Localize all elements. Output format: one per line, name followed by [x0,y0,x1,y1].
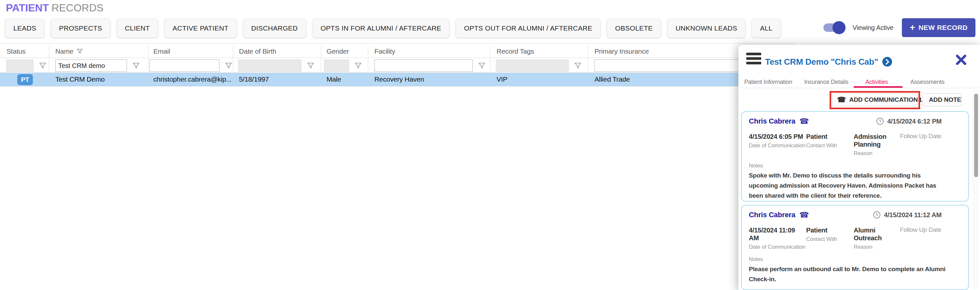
contact-with-value: Patient [806,226,854,234]
panel-title: Test CRM Demo "Chris Cab" [765,57,878,67]
new-record-label: NEW RECORD [918,24,967,32]
new-record-button[interactable]: + NEW RECORD [902,18,975,37]
add-note-button[interactable]: ADD NOTE [922,93,962,106]
grid-header-border [0,57,794,58]
date-of-birth-filter-box[interactable] [238,60,301,72]
record-tags-filter-box[interactable] [496,60,569,72]
column-separator [588,46,588,72]
notes-text: Spoke with Mr. Demo to discuss the detai… [749,170,948,201]
reason-value: Admission Planning [854,133,893,148]
column-separator [368,46,368,72]
tab-activities[interactable]: Activities [865,79,888,86]
viewing-active-label: Viewing Active [853,24,894,32]
tab-assessments[interactable]: Assessments [910,79,945,86]
date-of-communication-value: 4/15/2024 11:09 AM [749,226,803,242]
filter-funnel-icon[interactable] [76,48,83,55]
status-tab-active-patient[interactable]: ACTIVE PATIENT [164,19,236,38]
tab-patient-information[interactable]: Patient Information [744,79,792,86]
cell-primary-insurance[interactable]: Allied Trade [595,75,630,83]
primary-insurance-filter-input[interactable] [595,60,746,72]
column-separator [148,46,148,72]
facility-filter-input[interactable] [374,60,473,72]
column-header-date-of-birth[interactable]: Date of Birth [239,48,276,55]
menu-icon[interactable] [746,53,761,66]
filter-cell-status [6,60,46,72]
column-separator [49,46,49,72]
filter-funnel-icon[interactable] [225,62,232,70]
column-header-primary-insurance[interactable]: Primary Insurance [595,48,649,55]
status-tab-opts-out-alumni[interactable]: OPTS OUT FOR ALUMNI / AFTERCARE [456,19,600,38]
cell-name[interactable]: Test CRM Demo [55,75,105,83]
column-separator [233,46,233,72]
email-filter-input[interactable] [150,60,220,72]
filter-funnel-icon[interactable] [307,62,315,70]
status-tab-discharged[interactable]: DISCHARGED [243,19,306,38]
column-header-gender[interactable]: Gender [326,48,349,55]
tab-insurance-details[interactable]: Insurance Details [804,79,848,86]
contact-with-label: Contact With [806,236,854,242]
gender-filter-box[interactable] [324,60,349,72]
active-tab-indicator [854,86,902,88]
add-note-label: ADD NOTE [929,96,961,103]
filter-cell-date-of-birth [238,60,315,72]
toggle-knob [832,21,846,34]
date-of-communication-label: Date of Communication [749,143,806,149]
viewing-active-toggle[interactable] [823,24,844,32]
date-of-communication-label: Date of Communication [749,244,806,250]
filter-funnel-icon[interactable] [354,62,362,70]
plus-icon: + [910,23,915,32]
filter-funnel-icon[interactable] [574,62,582,70]
activity-author[interactable]: Chris Cabrera [749,211,795,219]
column-header-status[interactable]: Status [6,48,25,55]
column-header-label: Gender [326,48,349,55]
panel-scrollbar-track[interactable] [973,90,979,289]
filter-funnel-icon[interactable] [39,62,46,70]
column-header-label: Email [153,48,170,55]
add-communication-log-button[interactable]: ☎ ADD COMMUNICATION LOG [832,93,918,106]
activity-card: Chris Cabrera ☎ 4/15/2024 6:12 PM 4/15/2… [741,111,969,201]
notes-label: Notes [749,256,961,263]
cell-facility[interactable]: Recovery Haven [374,75,424,83]
status-tabs-row: LEADS PROSPECTS CLIENT ACTIVE PATIENT DI… [5,19,781,38]
filter-cell-gender [324,60,362,72]
grid-top-border [0,43,794,44]
filter-cell-record-tags [496,60,582,72]
status-tab-obsolete[interactable]: OBSOLETE [607,19,661,38]
status-tab-leads[interactable]: LEADS [5,19,44,38]
cell-email[interactable]: christopher.cabrera@kip... [153,75,231,83]
reason-label: Reason [854,244,900,250]
column-header-facility[interactable]: Facility [374,48,395,55]
status-tab-prospects[interactable]: PROSPECTS [51,19,110,38]
contact-with-label: Contact With [806,143,854,149]
status-tab-opts-in-alumni[interactable]: OPTS IN FOR ALUMNI / AFTERCARE [313,19,450,38]
filter-cell-facility [374,60,486,72]
activity-timestamp: 4/15/2024 11:12 AM [884,211,942,219]
close-icon[interactable] [955,54,967,66]
panel-scrollbar-thumb[interactable] [974,93,978,177]
cell-gender[interactable]: Male [326,75,341,83]
patient-detail-panel: Test CRM Demo "Chris Cab" Patient Inform… [738,45,980,290]
status-tab-all[interactable]: ALL [752,19,780,38]
status-tab-client[interactable]: CLIENT [117,19,158,38]
add-communication-log-label: ADD COMMUNICATION LOG [849,96,933,103]
cell-record-tags[interactable]: VIP [496,75,507,83]
follow-up-date-label: Follow Up Date [900,226,941,233]
clock-icon [873,211,881,219]
column-header-record-tags[interactable]: Record Tags [496,48,534,55]
status-tab-unknown-leads[interactable]: UNKNOWN LEADS [667,19,745,38]
activity-author[interactable]: Chris Cabrera [749,117,795,125]
cell-date-of-birth[interactable]: 5/18/1997 [239,75,269,83]
column-header-label: Record Tags [496,48,534,55]
column-header-email[interactable]: Email [153,48,170,55]
phone-icon: ☎ [799,117,809,125]
status-badge: PT [17,74,33,85]
filter-funnel-icon[interactable] [478,62,486,70]
name-filter-input[interactable] [55,60,127,72]
column-header-label: Status [6,48,25,55]
column-header-label: Primary Insurance [595,48,649,55]
status-filter-box[interactable] [6,60,33,72]
column-header-name[interactable]: Name [55,48,83,55]
open-record-arrow-icon[interactable] [882,57,892,67]
column-separator [490,46,490,72]
filter-funnel-icon[interactable] [132,62,140,70]
